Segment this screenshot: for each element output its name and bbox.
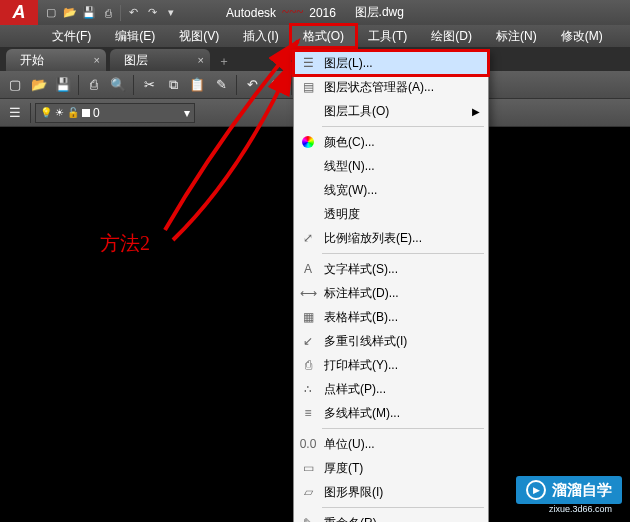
layer-properties-icon[interactable]: ☰ — [4, 102, 26, 124]
window-title: Autodesk ~~~ 2016 图层.dwg — [226, 4, 404, 21]
color-icon — [300, 134, 316, 150]
menu-item-多线样式M[interactable]: ≡多线样式(M)... — [294, 401, 488, 425]
title-bar: A ▢ 📂 💾 ⎙ ↶ ↷ ▾ Autodesk ~~~ 2016 图层.dwg — [0, 0, 630, 25]
tab-layer[interactable]: 图层 × — [110, 49, 210, 71]
menu-item-label: 透明度 — [324, 206, 360, 223]
layers-icon: ☰ — [300, 55, 316, 71]
scribble-annotation: ~~~ — [282, 4, 303, 20]
menu-item-label: 点样式(P)... — [324, 381, 386, 398]
menu-item-线型N[interactable]: 线型(N)... — [294, 154, 488, 178]
cut-icon[interactable]: ✂ — [138, 74, 160, 96]
match-icon[interactable]: ✎ — [210, 74, 232, 96]
menu-item-表格样式B[interactable]: ▦表格样式(B)... — [294, 305, 488, 329]
undo-icon[interactable]: ↶ — [124, 4, 142, 22]
layer-name: 0 — [93, 106, 100, 120]
menu-item-label: 图形界限(I) — [324, 484, 383, 501]
menu-item-图形界限I[interactable]: ▱图形界限(I) — [294, 480, 488, 504]
menu-item-文字样式S[interactable]: A文字样式(S)... — [294, 257, 488, 281]
app-logo[interactable]: A — [0, 0, 38, 25]
separator — [78, 75, 79, 95]
new-tab-button[interactable]: ＋ — [214, 51, 234, 71]
menu-item-透明度[interactable]: 透明度 — [294, 202, 488, 226]
open-icon[interactable]: 📂 — [61, 4, 79, 22]
menu-item-线宽W[interactable]: 线宽(W)... — [294, 178, 488, 202]
watermark-name: 溜溜自学 — [552, 481, 612, 500]
menu-item-label: 厚度(T) — [324, 460, 363, 477]
menu-item-点样式P[interactable]: ∴点样式(P)... — [294, 377, 488, 401]
file-name: 图层.dwg — [355, 4, 404, 21]
new-icon[interactable]: ▢ — [4, 74, 26, 96]
annotation-text: 方法2 — [100, 230, 150, 257]
play-icon: ▶ — [526, 480, 546, 500]
app-name: Autodesk — [226, 6, 276, 20]
menu-edit[interactable]: 编辑(E) — [103, 25, 167, 47]
bulb-icon: 💡 — [40, 107, 52, 118]
menu-item-label: 打印样式(Y)... — [324, 357, 398, 374]
menu-item-厚度T[interactable]: ▭厚度(T) — [294, 456, 488, 480]
copy-icon[interactable]: ⧉ — [162, 74, 184, 96]
units-icon: 0.0 — [300, 436, 316, 452]
sun-icon: ☀ — [55, 107, 64, 118]
tab-start[interactable]: 开始 × — [6, 49, 106, 71]
blank-icon — [300, 158, 316, 174]
paste-icon[interactable]: 📋 — [186, 74, 208, 96]
plot-icon[interactable]: ⎙ — [83, 74, 105, 96]
save-icon[interactable]: 💾 — [52, 74, 74, 96]
menu-item-label: 线宽(W)... — [324, 182, 377, 199]
menu-item-重命名R[interactable]: ✎重命名(R)... — [294, 511, 488, 522]
menu-item-比例缩放列表E[interactable]: ⤢比例缩放列表(E)... — [294, 226, 488, 250]
menu-item-label: 图层(L)... — [324, 55, 373, 72]
dim-icon: ⟷ — [300, 285, 316, 301]
close-icon[interactable]: × — [198, 54, 204, 66]
menu-format[interactable]: 格式(O) — [291, 25, 356, 47]
redo-icon[interactable]: ↷ — [143, 4, 161, 22]
menu-separator — [322, 507, 484, 508]
undo-icon[interactable]: ↶ — [241, 74, 263, 96]
layer-combo[interactable]: 💡 ☀ 🔓 0 ▾ — [35, 103, 195, 123]
new-icon[interactable]: ▢ — [42, 4, 60, 22]
format-dropdown: ☰图层(L)...▤图层状态管理器(A)...图层工具(O)▶颜色(C)...线… — [293, 50, 489, 522]
menu-draw[interactable]: 绘图(D) — [419, 25, 484, 47]
close-icon[interactable]: × — [94, 54, 100, 66]
open-icon[interactable]: 📂 — [28, 74, 50, 96]
layer-state-icon: ▤ — [300, 79, 316, 95]
separator — [120, 5, 121, 21]
menu-item-图层状态管理器A[interactable]: ▤图层状态管理器(A)... — [294, 75, 488, 99]
menu-item-颜色C[interactable]: 颜色(C)... — [294, 130, 488, 154]
app-year: 2016 — [309, 6, 336, 20]
menu-item-图层工具O[interactable]: 图层工具(O)▶ — [294, 99, 488, 123]
menu-item-label: 多线样式(M)... — [324, 405, 400, 422]
text-icon: A — [300, 261, 316, 277]
menu-item-标注样式D[interactable]: ⟷标注样式(D)... — [294, 281, 488, 305]
menu-separator — [322, 428, 484, 429]
preview-icon[interactable]: 🔍 — [107, 74, 129, 96]
scale-icon: ⤢ — [300, 230, 316, 246]
qat-dropdown-icon[interactable]: ▾ — [162, 4, 180, 22]
separator — [133, 75, 134, 95]
print-icon: ⎙ — [300, 357, 316, 373]
menu-insert[interactable]: 插入(I) — [231, 25, 290, 47]
blank-icon — [300, 206, 316, 222]
menu-tools[interactable]: 工具(T) — [356, 25, 419, 47]
menu-separator — [322, 253, 484, 254]
menu-view[interactable]: 视图(V) — [167, 25, 231, 47]
swatch-icon — [82, 109, 90, 117]
thick-icon: ▭ — [300, 460, 316, 476]
chevron-down-icon: ▾ — [184, 106, 190, 120]
menu-item-label: 图层工具(O) — [324, 103, 389, 120]
submenu-arrow-icon: ▶ — [472, 106, 480, 117]
menu-item-单位U[interactable]: 0.0单位(U)... — [294, 432, 488, 456]
menu-item-打印样式Y[interactable]: ⎙打印样式(Y)... — [294, 353, 488, 377]
save-icon[interactable]: 💾 — [80, 4, 98, 22]
menu-dimension[interactable]: 标注(N) — [484, 25, 549, 47]
menu-item-多重引线样式I[interactable]: ↙多重引线样式(I) — [294, 329, 488, 353]
menu-item-label: 线型(N)... — [324, 158, 375, 175]
limits-icon: ▱ — [300, 484, 316, 500]
redo-icon[interactable]: ↷ — [265, 74, 287, 96]
blank-icon — [300, 182, 316, 198]
saveas-icon[interactable]: ⎙ — [99, 4, 117, 22]
menu-file[interactable]: 文件(F) — [40, 25, 103, 47]
menu-item-图层L[interactable]: ☰图层(L)... — [294, 51, 488, 75]
menu-modify[interactable]: 修改(M) — [549, 25, 615, 47]
watermark: ▶ 溜溜自学 zixue.3d66.com — [516, 476, 622, 504]
